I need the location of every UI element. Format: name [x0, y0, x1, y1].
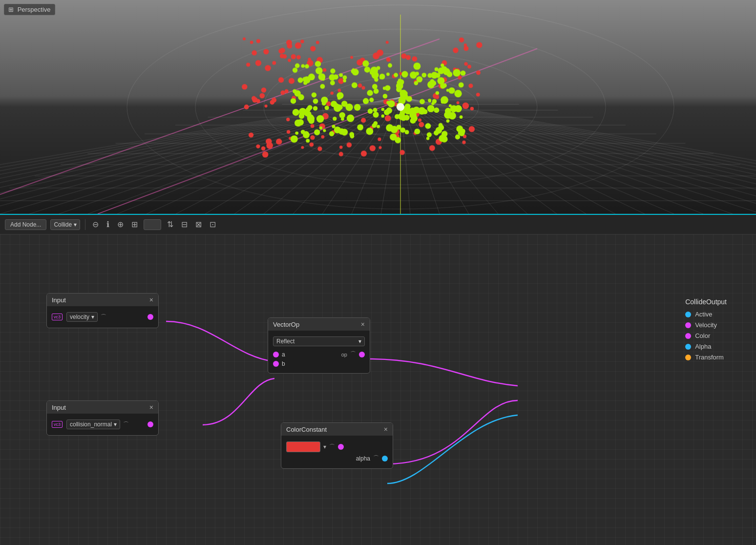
co-dot-transform[interactable]	[685, 355, 691, 360]
input-velocity-node[interactable]: Input × vc3 velocity ▾ ⌒	[46, 293, 159, 328]
co-color-row: Color	[685, 332, 727, 339]
arrows-icon[interactable]: ⇅	[165, 219, 175, 230]
viewport-canvas	[0, 0, 756, 214]
close-vector-op-button[interactable]: ×	[361, 320, 365, 328]
input-dot-b[interactable]	[273, 361, 279, 367]
co-active-label: Active	[695, 311, 712, 318]
arrange-icon[interactable]: ⊞	[129, 219, 140, 230]
zoom-value-input[interactable]: 20	[144, 219, 161, 230]
perspective-label: ⊞ Perspective	[4, 4, 55, 15]
zoom-in-icon[interactable]: ⊕	[115, 219, 126, 230]
co-alpha-label: Alpha	[695, 343, 711, 350]
color-constant-header: ColorConstant ×	[281, 423, 393, 436]
input-dot-a[interactable]	[273, 352, 279, 357]
curve-icon-alpha: ⌒	[373, 454, 379, 462]
close-input-velocity-button[interactable]: ×	[149, 296, 153, 304]
collide-dropdown[interactable]: Collide ▾	[50, 219, 80, 230]
node-area: Input × vc3 velocity ▾ ⌒ Input ×	[0, 234, 756, 545]
co-alpha-row: Alpha	[685, 343, 727, 350]
color-row: ▾ ⌒	[286, 441, 388, 452]
chevron-down-icon-color: ▾	[323, 443, 326, 450]
type-badge-collision: vc3	[52, 421, 63, 428]
align-icon[interactable]: ⊠	[193, 219, 204, 230]
chevron-down-icon: ▾	[91, 314, 94, 320]
co-dot-velocity[interactable]	[685, 322, 691, 328]
close-input-collision-button[interactable]: ×	[149, 403, 153, 411]
grid-icon[interactable]: ⊟	[179, 219, 189, 230]
collide-output-title: CollideOutput	[685, 298, 727, 306]
velocity-row: vc3 velocity ▾ ⌒	[52, 312, 153, 322]
output-dot-alpha[interactable]	[382, 456, 388, 461]
connections-svg	[0, 234, 756, 545]
co-dot-alpha[interactable]	[685, 344, 691, 350]
add-node-button[interactable]: Add Node...	[5, 219, 46, 230]
chevron-down-icon: ▾	[358, 338, 361, 345]
co-active-row: Active	[685, 311, 727, 318]
input-collision-node[interactable]: Input × vc3 collision_normal ▾ ⌒	[46, 400, 159, 436]
port-a-row: a op ⌒	[273, 350, 365, 358]
curve-icon-op: ⌒	[350, 350, 356, 358]
output-dot-velocity[interactable]	[147, 314, 153, 320]
vector-op-header: VectorOp ×	[268, 318, 370, 331]
co-dot-active[interactable]	[685, 312, 691, 317]
co-velocity-label: Velocity	[695, 321, 717, 329]
color-constant-node[interactable]: ColorConstant × ▾ ⌒ alpha ⌒	[281, 422, 393, 469]
co-dot-color[interactable]	[685, 333, 691, 339]
file-icon[interactable]: ⊡	[208, 219, 218, 230]
co-transform-label: Transform	[695, 354, 724, 361]
input-collision-header: Input ×	[47, 401, 158, 414]
curve-icon: ⌒	[101, 313, 106, 321]
3d-viewport[interactable]: ⊞ Perspective	[0, 0, 756, 215]
color-swatch[interactable]	[286, 441, 320, 452]
toolbar: Add Node... Collide ▾ ⊖ ℹ ⊕ ⊞ 20 ⇅ ⊟ ⊠ ⊡	[0, 215, 756, 234]
curve-icon-color: ⌒	[329, 443, 335, 451]
co-velocity-row: Velocity	[685, 321, 727, 329]
separator	[85, 219, 85, 230]
close-color-constant-button[interactable]: ×	[384, 425, 388, 433]
velocity-dropdown[interactable]: velocity ▾	[66, 312, 98, 322]
alpha-row: alpha ⌒	[286, 454, 388, 462]
input-velocity-header: Input ×	[47, 293, 158, 306]
collision-dropdown[interactable]: collision_normal ▾	[66, 419, 120, 429]
collision-row: vc3 collision_normal ▾ ⌒	[52, 419, 153, 429]
chevron-down-icon: ▾	[74, 221, 77, 228]
output-dot-color[interactable]	[338, 444, 344, 450]
chevron-down-icon: ▾	[114, 421, 117, 428]
grid-icon: ⊞	[8, 6, 14, 13]
output-dot-op[interactable]	[359, 352, 365, 357]
zoom-out-icon[interactable]: ⊖	[90, 219, 101, 230]
node-editor[interactable]: Add Node... Collide ▾ ⊖ ℹ ⊕ ⊞ 20 ⇅ ⊟ ⊠ ⊡	[0, 215, 756, 545]
output-dot-collision[interactable]	[147, 421, 153, 427]
vector-op-node[interactable]: VectorOp × Reflect ▾ a op ⌒	[268, 317, 370, 374]
port-b-row: b	[273, 360, 365, 367]
info-icon[interactable]: ℹ	[105, 219, 111, 230]
reflect-dropdown[interactable]: Reflect ▾	[273, 336, 365, 346]
curve-icon-2: ⌒	[123, 420, 129, 429]
co-color-label: Color	[695, 332, 710, 339]
collide-output-panel: CollideOutput Active Velocity Color Alph…	[685, 298, 727, 364]
co-transform-row: Transform	[685, 354, 727, 361]
type-badge: vc3	[52, 314, 63, 320]
